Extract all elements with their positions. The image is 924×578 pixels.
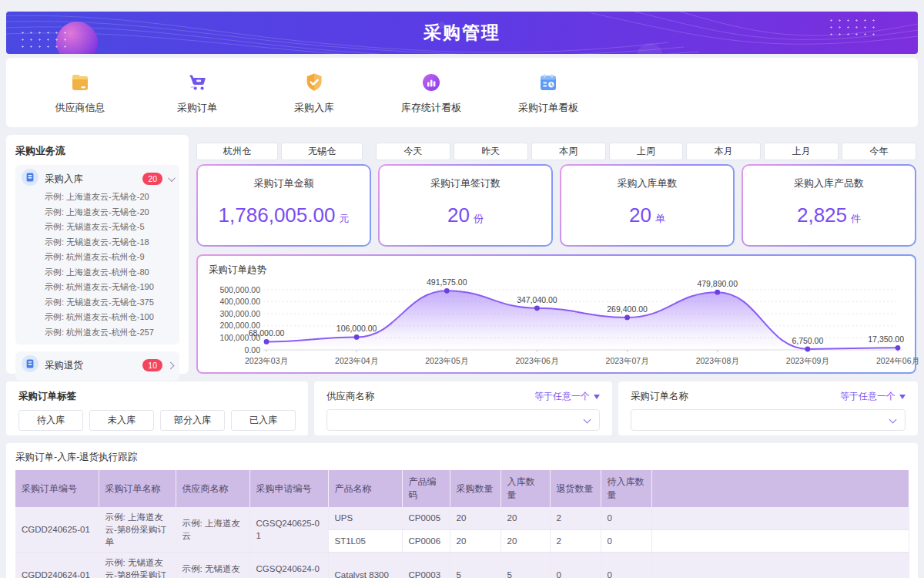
stats-circle-icon — [420, 70, 442, 93]
document-icon — [22, 355, 38, 375]
warehouse-button[interactable]: 杭州仓 — [196, 143, 278, 160]
sidebar-item[interactable]: 示例: 无锡道友云-无锡仓-5 — [22, 220, 173, 235]
stat-card-row: 采购订单金额1,786,005.00元采购订单签订数20份采购入库单数20单采购… — [196, 164, 916, 247]
stat-label: 采购订单签订数 — [430, 176, 500, 190]
sidebar-item[interactable]: 示例: 杭州道友云-无锡仓-190 — [22, 280, 173, 295]
date-range-button[interactable]: 本周 — [531, 143, 606, 160]
table-row: CGDD240625-01示例: 上海道友云-第8份采购订单示例: 上海道友云C… — [15, 507, 909, 529]
sidebar-item[interactable]: 示例: 上海道友云-无锡仓-20 — [22, 190, 173, 205]
flow-group-label: 采购退货 — [45, 359, 83, 372]
order-tag-button[interactable]: 待入库 — [18, 410, 83, 431]
svg-text:106,000.00: 106,000.00 — [336, 324, 377, 333]
stat-unit: 单 — [655, 213, 665, 224]
supplier-select[interactable] — [326, 409, 600, 431]
chevron-down-icon — [584, 416, 591, 424]
supplier-filter-card: 供应商名称 等于任意一个 — [314, 381, 612, 435]
sidebar-item[interactable]: 示例: 杭州道友云-杭州仓-100 — [22, 310, 173, 325]
svg-text:347,040.00: 347,040.00 — [517, 295, 557, 304]
order-tag-title: 采购订单标签 — [18, 390, 76, 403]
cell-qty: 20 — [450, 529, 500, 553]
cart-icon — [186, 70, 208, 93]
svg-text:2023年06月: 2023年06月 — [515, 356, 558, 365]
flow-group-return: 采购退货 10 — [15, 351, 179, 381]
sidebar-item[interactable]: 示例: 上海道友云-无锡仓-20 — [22, 205, 173, 220]
cell-pending-qty: 0 — [601, 529, 651, 553]
sidebar-item[interactable]: 示例: 杭州道友云-杭州仓-9 — [22, 250, 173, 265]
cell-supplier: 示例: 无锡道友云 — [176, 553, 249, 578]
svg-text:269,400.00: 269,400.00 — [607, 304, 648, 314]
flow-group-return-header[interactable]: 采购退货 10 — [22, 355, 173, 376]
flow-group-inbound-header[interactable]: 采购入库 20 — [22, 168, 173, 190]
svg-text:2023年03月: 2023年03月 — [245, 356, 288, 365]
order-name-select[interactable] — [631, 409, 906, 431]
nav-item-order-dashboard[interactable]: 采购订单看板 — [490, 70, 607, 115]
date-range-button[interactable]: 上周 — [609, 143, 684, 160]
folder-icon — [69, 70, 91, 93]
svg-text:2024年06月: 2024年06月 — [876, 356, 919, 365]
warehouse-button[interactable]: 无锡仓 — [281, 143, 363, 160]
order-tag-button[interactable]: 未入库 — [89, 410, 154, 431]
cell-product-name: ST1L05 — [328, 529, 402, 553]
date-filter-group: 今天昨天本周上周本月上月今年 — [376, 143, 916, 160]
flow-group-inbound: 采购入库 20 示例: 上海道友云-无锡仓-20示例: 上海道友云-无锡仓-20… — [15, 165, 179, 344]
supplier-filter-label: 供应商名称 — [326, 390, 375, 403]
sidebar-item[interactable]: 示例: 无锡道友云-无锡仓-18 — [22, 235, 173, 250]
tracking-table-card: 采购订单-入库-退货执行跟踪 采购订单编号采购订单名称供应商名称采购申请编号产品… — [6, 443, 918, 578]
cell-return-qty: 2 — [550, 529, 601, 553]
nav-item-inventory-dashboard[interactable]: 库存统计看板 — [373, 70, 490, 115]
count-badge: 20 — [142, 173, 162, 185]
svg-text:400,000.00: 400,000.00 — [219, 297, 260, 306]
svg-text:2023年04月: 2023年04月 — [335, 356, 378, 365]
cell-req-no: CGSQ240624-01 — [249, 553, 328, 578]
svg-text:2023年09月: 2023年09月 — [786, 356, 829, 365]
svg-text:300,000.00: 300,000.00 — [219, 309, 260, 318]
column-header: 供应商名称 — [176, 470, 249, 507]
date-range-button[interactable]: 上月 — [764, 143, 839, 160]
svg-text:479,890.00: 479,890.00 — [697, 279, 738, 288]
nav-item-supplier-info[interactable]: 供应商信息 — [22, 70, 139, 115]
date-range-button[interactable]: 本月 — [686, 143, 761, 160]
order-tag-button[interactable]: 已入库 — [231, 410, 296, 431]
supplier-operator-dropdown[interactable]: 等于任意一个 — [534, 390, 600, 403]
cell-in-qty: 20 — [500, 507, 550, 529]
page-banner: 采购管理 — [6, 12, 918, 54]
column-header: 采购订单编号 — [15, 470, 99, 507]
tracking-table: 采购订单编号采购订单名称供应商名称采购申请编号产品名称产品编码采购数量入库数量退… — [15, 470, 909, 578]
table-header-row: 采购订单编号采购订单名称供应商名称采购申请编号产品名称产品编码采购数量入库数量退… — [15, 470, 909, 507]
order-operator-dropdown[interactable]: 等于任意一个 — [840, 390, 906, 403]
cell-filler — [651, 507, 909, 529]
flow-group-label: 采购入库 — [45, 173, 83, 186]
table-body: CGDD240625-01示例: 上海道友云-第8份采购订单示例: 上海道友云C… — [15, 507, 909, 578]
stat-value: 20单 — [629, 203, 665, 227]
stat-card: 采购入库产品数2,825件 — [742, 164, 916, 247]
column-header: 待入库数量 — [601, 470, 651, 507]
order-name-filter-card: 采购订单名称 等于任意一个 — [618, 381, 918, 435]
cell-product-name: UPS — [328, 507, 402, 529]
date-range-button[interactable]: 今天 — [376, 143, 450, 160]
chevron-right-icon — [167, 361, 175, 369]
cell-return-qty: 0 — [550, 553, 601, 578]
cell-qty: 20 — [450, 507, 500, 529]
nav-item-purchase-inbound[interactable]: 采购入库 — [256, 70, 373, 115]
triangle-down-icon — [899, 395, 906, 399]
svg-text:491,575.00: 491,575.00 — [427, 277, 467, 287]
business-flow-title: 采购业务流 — [15, 144, 179, 158]
stat-label: 采购订单金额 — [254, 176, 314, 190]
shield-check-icon — [303, 70, 325, 93]
sidebar-item[interactable]: 示例: 杭州道友云-杭州仓-257 — [22, 325, 173, 341]
cell-order-no: CGDD240624-01 — [15, 553, 99, 578]
order-tag-filter-card: 采购订单标签 待入库未入库部分入库已入库 — [6, 381, 308, 435]
svg-text:500,000.00: 500,000.00 — [219, 285, 260, 294]
sidebar-item[interactable]: 示例: 无锡道友云-无锡仓-375 — [22, 295, 173, 311]
stat-value: 20份 — [447, 203, 484, 227]
order-tag-button[interactable]: 部分入库 — [160, 410, 225, 431]
chevron-down-icon — [168, 174, 176, 182]
date-range-button[interactable]: 今年 — [842, 143, 916, 160]
cell-return-qty: 2 — [550, 507, 601, 529]
stat-label: 采购入库单数 — [618, 176, 678, 190]
date-range-button[interactable]: 昨天 — [454, 143, 528, 160]
column-header: 采购数量 — [450, 470, 500, 507]
nav-item-purchase-order[interactable]: 采购订单 — [139, 70, 256, 115]
sidebar-item[interactable]: 示例: 上海道友云-杭州仓-80 — [22, 265, 173, 281]
order-tag-buttons: 待入库未入库部分入库已入库 — [18, 410, 296, 431]
